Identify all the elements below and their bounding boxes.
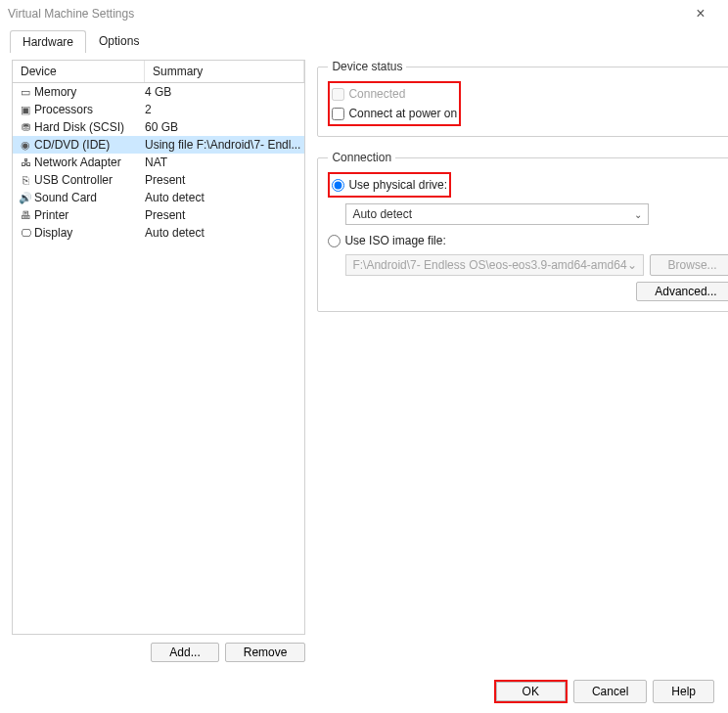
- column-device[interactable]: Device: [13, 61, 145, 82]
- hdd-icon: ⛃: [17, 121, 34, 134]
- use-iso-radio[interactable]: [328, 235, 341, 247]
- iso-path-field: F:\Android\7- Endless OS\eos-eos3.9-amd6…: [345, 254, 643, 276]
- device-summary: 4 GB: [145, 85, 304, 99]
- window-title: Virtual Machine Settings: [8, 7, 681, 21]
- browse-button: Browse...: [650, 254, 728, 276]
- device-name: Display: [34, 226, 145, 240]
- cpu-icon: ▣: [17, 104, 34, 116]
- device-row[interactable]: ▣Processors2: [13, 101, 304, 118]
- connection-legend: Connection: [328, 151, 395, 164]
- use-physical-drive-radio[interactable]: [332, 179, 344, 192]
- physical-drive-value: Auto detect: [352, 207, 412, 221]
- device-row[interactable]: 🖵DisplayAuto detect: [13, 224, 304, 242]
- sound-icon: 🔊: [17, 192, 34, 204]
- close-icon[interactable]: ×: [681, 0, 720, 27]
- device-status-legend: Device status: [328, 60, 406, 73]
- remove-button[interactable]: Remove: [225, 643, 306, 662]
- device-row[interactable]: ▭Memory4 GB: [13, 83, 304, 101]
- ok-button[interactable]: OK: [496, 682, 566, 701]
- device-name: CD/DVD (IDE): [34, 138, 145, 152]
- device-summary: Present: [145, 208, 304, 222]
- device-table-header: Device Summary: [13, 61, 304, 83]
- chevron-down-icon: ⌄: [627, 258, 637, 272]
- device-name: Sound Card: [34, 191, 145, 204]
- device-row[interactable]: 🖧Network AdapterNAT: [13, 154, 304, 171]
- device-summary: Present: [145, 173, 304, 187]
- connected-checkbox: [332, 88, 344, 101]
- device-name: Processors: [34, 103, 145, 116]
- physical-drive-dropdown[interactable]: Auto detect ⌄: [345, 203, 649, 225]
- device-row[interactable]: ⎘USB ControllerPresent: [13, 171, 304, 189]
- add-button[interactable]: Add...: [151, 643, 218, 662]
- device-status-group: Device status Connected Connect at power…: [317, 60, 728, 137]
- device-name: Printer: [34, 208, 145, 222]
- network-icon: 🖧: [17, 156, 34, 168]
- tab-options[interactable]: Options: [86, 29, 152, 52]
- device-summary: Auto detect: [145, 226, 304, 240]
- iso-path-value: F:\Android\7- Endless OS\eos-eos3.9-amd6…: [352, 258, 626, 272]
- usb-icon: ⎘: [17, 174, 34, 186]
- device-name: Hard Disk (SCSI): [34, 120, 145, 134]
- help-button[interactable]: Help: [653, 680, 714, 703]
- titlebar: Virtual Machine Settings ×: [0, 0, 728, 27]
- connection-group: Connection Use physical drive: Auto dete…: [317, 151, 728, 312]
- device-name: Memory: [34, 85, 145, 99]
- connect-power-on-checkbox[interactable]: [332, 108, 344, 120]
- device-row[interactable]: 🖶PrinterPresent: [13, 206, 304, 224]
- device-summary: 60 GB: [145, 120, 304, 134]
- memory-icon: ▭: [17, 86, 34, 99]
- device-row[interactable]: ◉CD/DVD (IDE)Using file F:\Android\7- En…: [13, 136, 304, 154]
- dialog-buttons: OK Cancel Help: [494, 680, 714, 703]
- connected-label: Connected: [348, 87, 405, 101]
- device-summary: Using file F:\Android\7- Endl...: [145, 138, 304, 152]
- device-summary: Auto detect: [145, 191, 304, 204]
- cancel-button[interactable]: Cancel: [573, 680, 647, 703]
- device-row[interactable]: 🔊Sound CardAuto detect: [13, 189, 304, 206]
- printer-icon: 🖶: [17, 209, 34, 221]
- cd-icon: ◉: [17, 139, 34, 152]
- advanced-button[interactable]: Advanced...: [636, 282, 728, 301]
- device-summary: 2: [145, 103, 304, 116]
- device-name: Network Adapter: [34, 156, 145, 169]
- use-physical-drive-label: Use physical drive:: [348, 178, 447, 192]
- device-table: Device Summary ▭Memory4 GB▣Processors2⛃H…: [12, 60, 305, 635]
- connect-power-on-label: Connect at power on: [348, 107, 457, 120]
- tab-hardware[interactable]: Hardware: [10, 30, 86, 53]
- device-row[interactable]: ⛃Hard Disk (SCSI)60 GB: [13, 118, 304, 136]
- use-iso-label: Use ISO image file:: [344, 234, 445, 247]
- column-summary[interactable]: Summary: [145, 61, 304, 82]
- display-icon: 🖵: [17, 227, 34, 239]
- device-name: USB Controller: [34, 173, 145, 187]
- chevron-down-icon: ⌄: [634, 209, 642, 220]
- tab-strip: Hardware Options: [0, 27, 728, 52]
- device-summary: NAT: [145, 156, 304, 169]
